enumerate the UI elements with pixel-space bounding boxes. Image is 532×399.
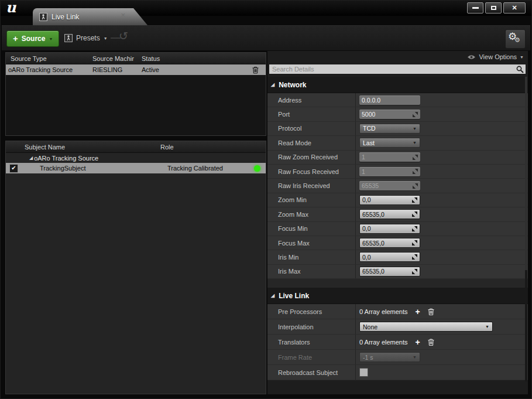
property-row-focus-min: Focus Min0,0 bbox=[267, 222, 528, 236]
raw-iris-received-field[interactable]: 65535 bbox=[359, 181, 420, 190]
raw-zoom-received-field[interactable]: 1 bbox=[359, 152, 420, 162]
sources-table-header: Source Type Source Machir Status bbox=[6, 53, 266, 64]
minimize-icon bbox=[472, 7, 479, 9]
tab-label: Live Link bbox=[52, 13, 79, 21]
property-row-iris-max: Iris Max65535,0 bbox=[267, 265, 528, 279]
focus-max-field[interactable]: 65535,0 bbox=[359, 238, 420, 248]
chevron-down-icon: ▼ bbox=[413, 141, 417, 145]
property-value: 1 bbox=[355, 165, 528, 178]
column-role[interactable]: Role bbox=[160, 144, 266, 151]
subject-group-label: oARo Tracking Source bbox=[34, 155, 98, 162]
spinbox-drag-icon bbox=[413, 155, 418, 160]
column-subject-name[interactable]: Subject Name bbox=[6, 144, 160, 151]
expand-arrow-icon[interactable]: ◢ bbox=[29, 155, 33, 161]
focus-min-field[interactable]: 0,0 bbox=[359, 224, 420, 234]
spinbox-drag-icon bbox=[412, 212, 417, 217]
section-title: Live Link bbox=[279, 292, 309, 300]
subject-group-row[interactable]: ◢ oARo Tracking Source bbox=[6, 153, 266, 163]
property-value: Last▼ bbox=[355, 136, 528, 149]
property-value: 0 Array elements+ bbox=[355, 335, 528, 349]
subject-enabled-checkbox[interactable]: ✔ bbox=[9, 164, 18, 173]
settings-button[interactable]: ⚙ ⚙ bbox=[505, 29, 526, 49]
protocol-dropdown[interactable]: TCD▼ bbox=[359, 124, 420, 134]
expand-arrow-icon[interactable]: ◢ bbox=[271, 82, 274, 87]
property-label: Address bbox=[267, 93, 355, 107]
table-row[interactable]: ✔ TrackingSubject Tracking Calibrated bbox=[6, 163, 266, 173]
property-label: Zoom Max bbox=[267, 207, 355, 221]
property-label: Iris Max bbox=[267, 265, 355, 278]
expand-arrow-icon[interactable]: ◢ bbox=[271, 293, 274, 298]
details-scrollbar[interactable] bbox=[525, 77, 527, 381]
add-element-button[interactable]: + bbox=[416, 308, 420, 316]
property-row-protocol: ProtocolTCD▼ bbox=[267, 122, 528, 136]
column-status[interactable]: Status bbox=[142, 55, 266, 62]
column-source-machine[interactable]: Source Machir bbox=[92, 55, 142, 62]
property-value: 0,0 bbox=[355, 222, 528, 236]
read-mode-dropdown[interactable]: Last▼ bbox=[359, 138, 420, 148]
property-value: 65535,0 bbox=[355, 236, 528, 250]
property-value: 0 Array elements+ bbox=[355, 304, 528, 319]
section-header-live-link[interactable]: ◢Live Link bbox=[267, 288, 528, 304]
search-input[interactable] bbox=[269, 66, 516, 73]
source-status-cell: Active bbox=[142, 66, 266, 73]
protocol-selected-value: TCD bbox=[363, 125, 376, 132]
spinbox-drag-icon bbox=[412, 226, 417, 231]
undo-icon[interactable]: ↺ bbox=[119, 29, 128, 43]
close-icon: ✕ bbox=[512, 4, 517, 12]
add-element-button[interactable]: + bbox=[416, 338, 420, 346]
window-controls: ✕ bbox=[467, 2, 526, 13]
zoom-min-value: 0,0 bbox=[362, 196, 371, 203]
iris-max-field[interactable]: 65535,0 bbox=[359, 267, 420, 277]
interpolation-dropdown[interactable]: None▼ bbox=[359, 322, 493, 332]
add-source-button[interactable]: + Source ▼ bbox=[6, 30, 59, 47]
tab-live-link[interactable]: Live Link × bbox=[33, 8, 147, 25]
view-options-button[interactable]: View Options ▼ bbox=[467, 53, 524, 60]
zoom-max-field[interactable]: 65535,0 bbox=[359, 209, 420, 219]
details-body: ◢NetworkAddress0.0.0.0Port5000ProtocolTC… bbox=[267, 77, 528, 394]
section-header-network[interactable]: ◢Network bbox=[267, 77, 528, 93]
gear-icon: ⚙ bbox=[514, 36, 520, 44]
raw-focus-received-field[interactable]: 1 bbox=[359, 167, 420, 176]
property-value: TCD▼ bbox=[355, 122, 528, 135]
iris-min-field[interactable]: 0,0 bbox=[359, 252, 420, 262]
frame-rate-dropdown[interactable]: -1 s▼ bbox=[359, 352, 420, 362]
close-button[interactable]: ✕ bbox=[503, 2, 526, 13]
property-value bbox=[355, 365, 528, 380]
eye-icon bbox=[467, 54, 476, 60]
chevron-down-icon: ▼ bbox=[413, 127, 417, 131]
clear-elements-button[interactable] bbox=[428, 308, 434, 315]
property-row-translators: Translators0 Array elements+ bbox=[267, 335, 528, 350]
clear-elements-button[interactable] bbox=[428, 339, 434, 346]
port-field[interactable]: 5000 bbox=[359, 110, 420, 119]
chevron-down-icon: ▼ bbox=[104, 36, 108, 40]
rebroadcast-subject-checkbox[interactable] bbox=[359, 368, 368, 377]
check-icon: ✔ bbox=[11, 165, 16, 171]
chevron-down-icon: ▼ bbox=[413, 355, 417, 359]
delete-source-button[interactable] bbox=[252, 66, 259, 75]
zoom-min-field[interactable]: 0,0 bbox=[359, 195, 420, 205]
table-row[interactable]: oARo Tracking Source RIESLING Active bbox=[6, 64, 266, 75]
property-value: 65535,0 bbox=[355, 207, 528, 221]
presets-button[interactable]: Presets ▼ bbox=[64, 30, 108, 46]
address-field[interactable]: 0.0.0.0 bbox=[359, 96, 420, 105]
property-row-raw-focus-received: Raw Focus Received1 bbox=[267, 165, 528, 179]
interpolation-selected-value: None bbox=[363, 323, 377, 330]
tab-close-icon[interactable]: × bbox=[121, 11, 125, 19]
property-label: Frame Rate bbox=[267, 350, 355, 364]
property-label: Raw Focus Received bbox=[267, 165, 355, 178]
minimize-button[interactable] bbox=[467, 2, 483, 13]
property-value: 5000 bbox=[355, 107, 528, 121]
source-machine-cell: RIESLING bbox=[92, 66, 142, 73]
spinbox-drag-icon bbox=[412, 254, 417, 260]
property-value: 1 bbox=[355, 151, 528, 164]
property-row-raw-zoom-received: Raw Zoom Received1 bbox=[267, 151, 528, 165]
translators-count: 0 Array elements bbox=[359, 339, 408, 346]
column-source-type[interactable]: Source Type bbox=[6, 55, 92, 62]
property-value: 0.0.0.0 bbox=[355, 93, 528, 107]
spinbox-drag-icon bbox=[412, 240, 417, 245]
property-value: -1 s▼ bbox=[355, 350, 528, 364]
property-label: Focus Min bbox=[267, 222, 355, 236]
scrollbar-thumb[interactable] bbox=[525, 77, 527, 270]
chevron-down-icon: ▼ bbox=[520, 55, 524, 59]
maximize-button[interactable] bbox=[485, 2, 502, 13]
